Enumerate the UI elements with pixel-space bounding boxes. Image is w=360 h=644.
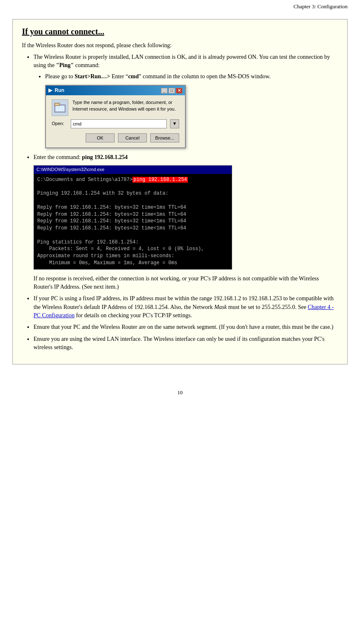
bullet4-text-after: for details on checking your PC's TCP/IP… — [74, 312, 192, 318]
run-open-row: Open: ▼ — [52, 119, 179, 128]
run-dialog: ▶ Run _ □ ✕ — [45, 85, 186, 148]
minimize-button[interactable]: _ — [161, 88, 168, 94]
run-dialog-titlebar: ▶ Run _ □ ✕ — [46, 86, 185, 95]
list-item: Ensure that your PC and the Wireless Rou… — [34, 323, 338, 331]
sub-bullet-list: Please go to Start>Run…> Enter “cmd” com… — [45, 72, 338, 149]
cmd-command-highlight: ping 192.168.1.254 — [132, 177, 188, 183]
maximize-button[interactable]: □ — [168, 88, 175, 94]
intro-text: If the Wireless Router does not respond,… — [22, 42, 338, 49]
desc-row: Type the name of a program, folder, docu… — [52, 99, 179, 116]
cmd-window: C:\WINDOWS\system32\cmd.exe C:\Documents… — [34, 165, 232, 270]
chapter-title: Chapter 3: Configuration — [293, 3, 348, 10]
run-desc-text: Type the name of a program, folder, docu… — [72, 99, 179, 112]
sub1-text-before: Please go to — [45, 73, 74, 80]
run-dialog-title: Run — [55, 87, 64, 94]
cmd-prompt: C:\Documents and Settings\a1787> — [37, 177, 132, 183]
bullet4-italic: Mask — [214, 304, 227, 310]
bullet2-after-text: If no response is received, either the c… — [34, 275, 319, 290]
cmd-line: C:\Documents and Settings\a1787>ping 192… — [37, 176, 228, 183]
bullet5-text: Ensure that your PC and the Wireless Rou… — [34, 324, 334, 330]
sub-list-item: Please go to Start>Run…> Enter “cmd” com… — [45, 72, 338, 149]
sub1-text-after: ” command in the column to open the MS-D… — [139, 73, 271, 80]
bullet2-text-before: Enter the command: — [34, 154, 82, 160]
svg-rect-3 — [55, 104, 59, 105]
page-footer: 10 — [0, 385, 360, 396]
cmd-line — [37, 183, 228, 190]
sub1-bold2: cmd — [128, 73, 139, 80]
bullet6-text: Ensure you are using the wired LAN inter… — [34, 336, 324, 350]
cmd-line: Reply from 192.168.1.254: bytes=32 time=… — [37, 204, 228, 211]
cmd-line: Reply from 192.168.1.254: bytes=32 time<… — [37, 225, 228, 232]
cmd-line: Minimum = 0ms, Maximum = 1ms, Average = … — [37, 260, 228, 267]
cmd-line: Reply from 192.168.1.254: bytes=32 time<… — [37, 211, 228, 218]
main-content-box: If you cannot connect... If the Wireless… — [12, 19, 348, 364]
browse-button[interactable]: Browse... — [150, 133, 179, 142]
ok-button[interactable]: OK — [86, 133, 115, 142]
run-dialog-body: Type the name of a program, folder, docu… — [46, 95, 185, 147]
cmd-line: Ping statistics for 192.168.1.254: — [37, 239, 228, 246]
list-item: If your PC is using a fixed IP address, … — [34, 294, 338, 320]
run-icon-svg — [54, 101, 66, 114]
page-content: If you cannot connect... If the Wireless… — [0, 12, 360, 377]
run-open-input[interactable] — [71, 119, 167, 128]
sub1-text-middle: Enter “ — [110, 73, 128, 80]
section-title: If you cannot connect... — [22, 27, 338, 36]
page-number: 10 — [178, 389, 183, 396]
bullet4-text-middle: must be set to 255.255.255.0. See — [227, 304, 308, 310]
cmd-line — [37, 197, 228, 204]
list-item: The Wireless Router is properly installe… — [34, 53, 338, 148]
bullet1-bold: "Ping" — [56, 62, 74, 68]
bullet-list: The Wireless Router is properly installe… — [34, 53, 338, 352]
bullet1-text-after: command: — [74, 62, 100, 68]
bullet2-bold: ping 192.168.1.254 — [82, 154, 127, 160]
sub1-bold1: Start>Run…> — [74, 73, 110, 80]
cmd-line: Packets: Sent = 4, Received = 4, Lost = … — [37, 246, 228, 253]
run-icon-small: ▶ — [48, 87, 52, 94]
close-button[interactable]: ✕ — [176, 88, 182, 94]
run-icon-large — [52, 99, 68, 116]
cancel-button[interactable]: Cancel — [118, 133, 147, 142]
titlebar-controls: _ □ ✕ — [161, 88, 182, 94]
dropdown-arrow[interactable]: ▼ — [170, 119, 179, 128]
svg-rect-1 — [55, 106, 65, 111]
titlebar-left: ▶ Run — [48, 87, 64, 94]
run-buttons-row: OK Cancel Browse... — [52, 133, 179, 142]
cmd-titlebar: C:\WINDOWS\system32\cmd.exe — [34, 166, 232, 174]
cmd-line: Reply from 192.168.1.254: bytes=32 time<… — [37, 218, 228, 225]
cmd-body: C:\Documents and Settings\a1787>ping 192… — [34, 174, 232, 269]
list-item: Enter the command: ping 192.168.1.254 C:… — [34, 153, 338, 291]
cmd-line: Pinging 192.168.1.254 with 32 bytes of d… — [37, 190, 228, 197]
list-item: Ensure you are using the wired LAN inter… — [34, 335, 338, 352]
run-open-label: Open: — [52, 121, 67, 127]
cmd-line — [37, 232, 228, 239]
page-header: Chapter 3: Configuration — [0, 0, 360, 12]
cmd-line: Approximate round trip times in milli-se… — [37, 253, 228, 260]
